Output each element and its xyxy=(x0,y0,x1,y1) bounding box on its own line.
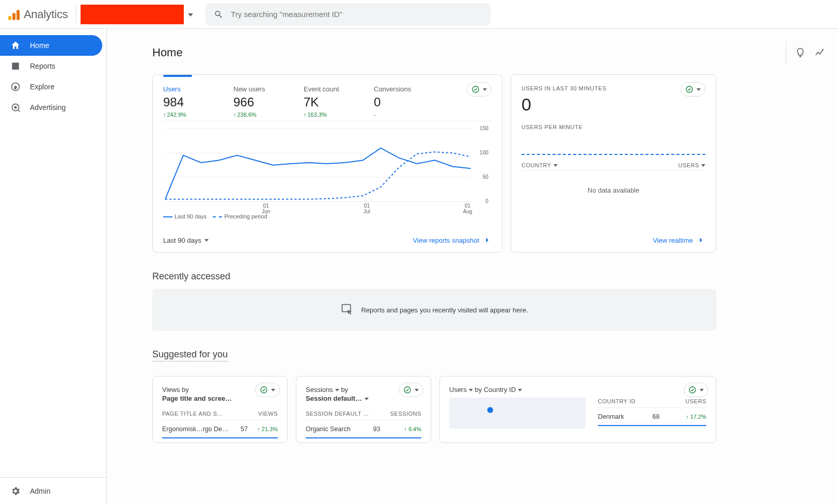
realtime-users-label: USERS IN LAST 30 MINUTES xyxy=(521,85,705,91)
realtime-users-header[interactable]: USERS xyxy=(678,162,705,168)
search-bar[interactable] xyxy=(205,3,491,26)
realtime-empty-state: No data available xyxy=(521,186,705,194)
check-circle-icon xyxy=(260,386,268,394)
sidebar-item-label: Home xyxy=(30,41,49,50)
sidebar-item-label: Reports xyxy=(30,62,55,70)
explore-icon xyxy=(10,82,21,92)
chevron-down-icon xyxy=(271,389,275,391)
suggested-card-sessions-by-channel: Sessions by Session default c… SESSION D… xyxy=(296,376,431,443)
date-range-picker[interactable]: Last 90 days xyxy=(163,237,209,244)
reports-icon xyxy=(10,61,21,71)
view-reports-snapshot-link[interactable]: View reports snapshot xyxy=(413,235,492,245)
sidebar-item-advertising[interactable]: Advertising xyxy=(0,97,106,118)
section-title-recent: Recently accessed xyxy=(152,271,838,282)
trend-sparkle-icon[interactable] xyxy=(814,47,826,58)
metric-tab-eventcount[interactable]: Event count 7K ↑163.3% xyxy=(304,85,355,118)
sidebar-item-label: Admin xyxy=(30,487,51,495)
sidebar-item-reports[interactable]: Reports xyxy=(0,56,106,76)
svg-rect-19 xyxy=(342,305,351,312)
chevron-down-icon xyxy=(700,389,704,391)
recent-empty-panel: Reports and pages you recently visited w… xyxy=(152,289,716,330)
table-row[interactable]: Ergonomisk…rgo Design 57 ↑ 21.3% xyxy=(162,420,278,435)
chevron-down-icon xyxy=(697,88,701,91)
svg-point-2 xyxy=(14,106,17,109)
card-quality-pill[interactable] xyxy=(255,383,280,397)
chevron-down-icon xyxy=(701,164,705,167)
chevron-down-icon xyxy=(518,389,522,391)
sidebar-item-explore[interactable]: Explore xyxy=(0,76,106,97)
dimension-dropdown[interactable]: Session default c… xyxy=(306,395,369,403)
users-per-minute-label: USERS PER MINUTE xyxy=(521,124,705,130)
dimension-dropdown[interactable]: by Country ID xyxy=(475,386,522,395)
chevron-down-icon xyxy=(469,389,473,391)
table-row[interactable]: Organic Search 93 ↑ 9.4% xyxy=(306,420,421,435)
check-circle-icon xyxy=(403,386,412,394)
metric-tab-newusers[interactable]: New users 966 ↑236.6% xyxy=(233,85,285,118)
search-icon xyxy=(214,9,224,20)
overview-card: Users 984 ↑242.9% New users 966 ↑236.6% … xyxy=(152,74,502,253)
arrow-right-icon xyxy=(482,235,492,245)
advertising-icon xyxy=(10,102,21,113)
account-redacted[interactable] xyxy=(81,5,184,24)
card-title: Users by Country ID xyxy=(449,386,583,395)
view-realtime-link[interactable]: View realtime xyxy=(653,235,705,245)
chevron-down-icon xyxy=(204,239,209,242)
metrics-tabs: Users 984 ↑242.9% New users 966 ↑236.6% … xyxy=(163,85,492,121)
app-header: Analytics xyxy=(0,0,838,29)
chart-legend: Last 90 days Preceding period xyxy=(163,213,492,219)
realtime-card: USERS IN LAST 30 MINUTES 0 USERS PER MIN… xyxy=(511,74,716,253)
world-map xyxy=(449,398,586,429)
svg-text:100: 100 xyxy=(480,150,488,155)
overview-line-chart: 05010015001Jun01Jul01Aug xyxy=(163,125,492,213)
chevron-down-icon xyxy=(415,389,419,391)
page-title: Home xyxy=(152,46,183,59)
home-icon xyxy=(10,40,21,51)
check-circle-icon xyxy=(685,85,693,93)
svg-text:Jul: Jul xyxy=(363,209,370,214)
gear-icon xyxy=(10,486,21,496)
users-per-minute-sparkline xyxy=(521,139,705,155)
realtime-users-value: 0 xyxy=(521,94,705,115)
svg-text:150: 150 xyxy=(480,125,488,131)
sidebar: Home Reports Explore Advertising Admin xyxy=(0,29,107,504)
card-quality-pill[interactable] xyxy=(681,82,705,97)
section-title-suggested: Suggested for you xyxy=(152,349,228,361)
svg-text:50: 50 xyxy=(483,174,489,180)
suggested-card-views-by-title: Views by Page title and scree… PAGE TITL… xyxy=(152,376,288,443)
svg-point-18 xyxy=(686,86,692,92)
cursor-click-icon xyxy=(340,303,355,317)
insights-bulb-icon[interactable] xyxy=(795,47,806,58)
suggested-card-users-by-country: Users by Country ID COUNTRY IDUSERS Denm… xyxy=(439,376,716,443)
metric-dropdown[interactable]: Users xyxy=(449,386,473,395)
brand-label: Analytics xyxy=(24,8,68,21)
metric-tab-conversions[interactable]: Conversions 0 - xyxy=(374,85,425,118)
analytics-logo-icon xyxy=(8,9,20,20)
card-quality-pill[interactable] xyxy=(684,383,708,397)
card-title: Views by Page title and scree… xyxy=(162,386,234,403)
main-content: Home Users xyxy=(107,29,838,504)
svg-text:Jun: Jun xyxy=(262,209,270,214)
svg-point-22 xyxy=(689,387,695,393)
card-title: Sessions by Session default c… xyxy=(306,386,378,403)
svg-text:0: 0 xyxy=(485,198,488,204)
realtime-country-header[interactable]: COUNTRY xyxy=(521,162,558,168)
chevron-down-icon xyxy=(335,389,339,391)
svg-point-21 xyxy=(404,387,410,393)
metric-tab-users[interactable]: Users 984 ↑242.9% xyxy=(163,85,215,118)
table-row[interactable]: Denmark 68 ↑ 17.2% xyxy=(598,408,706,423)
account-selector-dropdown-icon[interactable] xyxy=(188,10,193,18)
brand[interactable]: Analytics xyxy=(8,6,76,23)
metric-dropdown[interactable]: Sessions xyxy=(306,386,339,395)
sidebar-item-label: Advertising xyxy=(30,103,66,112)
card-quality-pill[interactable] xyxy=(399,383,423,397)
sidebar-item-label: Explore xyxy=(30,83,54,91)
chevron-down-icon xyxy=(554,164,558,167)
check-circle-icon xyxy=(688,386,697,394)
svg-text:Aug: Aug xyxy=(463,209,472,214)
search-input[interactable] xyxy=(231,10,482,19)
arrow-right-icon xyxy=(696,235,705,245)
sidebar-item-admin[interactable]: Admin xyxy=(0,477,106,504)
svg-point-20 xyxy=(261,387,267,393)
chevron-down-icon xyxy=(365,398,369,400)
sidebar-item-home[interactable]: Home xyxy=(0,35,102,56)
